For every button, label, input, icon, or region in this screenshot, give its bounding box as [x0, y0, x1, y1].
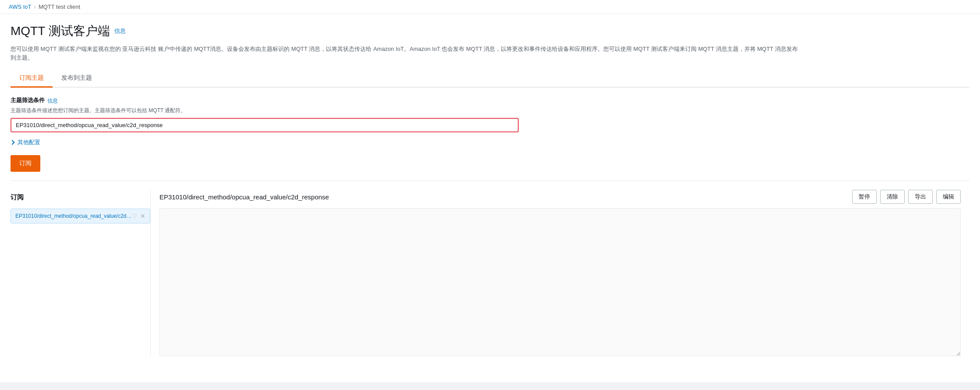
close-icon[interactable]: ✕ — [140, 213, 145, 220]
subscription-item-text: EP31010/direct_method/opcua_read_value/c… — [15, 213, 132, 219]
section-divider — [11, 181, 969, 181]
topic-filter-input[interactable] — [11, 118, 519, 132]
heart-icon[interactable]: ♡ — [132, 213, 138, 220]
edit-button[interactable]: 编辑 — [936, 190, 961, 204]
breadcrumb-aws-iot[interactable]: AWS IoT — [9, 4, 32, 10]
subscriptions-sidebar: 订阅 EP31010/direct_method/opcua_read_valu… — [11, 190, 151, 356]
export-button[interactable]: 导出 — [908, 190, 933, 204]
tab-subscribe[interactable]: 订阅主题 — [11, 70, 53, 88]
message-content-area — [159, 208, 961, 356]
chevron-right-icon — [10, 140, 14, 145]
tabs-row: 订阅主题 发布到主题 — [11, 70, 969, 88]
topic-description: 主题筛选条件描述您想订阅的主题。主题筛选条件可以包括 MQTT 通配符。 — [11, 107, 969, 114]
subscription-item-icons: ♡ ✕ — [132, 213, 145, 220]
topic-filter-label: 主题筛选条件 — [11, 96, 45, 104]
breadcrumb-current: MQTT test client — [39, 4, 80, 10]
breadcrumb-separator: › — [34, 4, 36, 10]
page-info-link[interactable]: 信息 — [114, 27, 126, 35]
message-panel-header: EP31010/direct_method/opcua_read_value/c… — [159, 190, 961, 204]
message-panel: EP31010/direct_method/opcua_read_value/c… — [151, 190, 969, 356]
message-topic-title: EP31010/direct_method/opcua_read_value/c… — [159, 193, 329, 201]
page-description: 您可以使用 MQTT 测试客户端来监视在您的 亚马逊云科技 账户中传递的 MQT… — [11, 45, 799, 62]
subscriptions-header: 订阅 — [11, 190, 150, 207]
tab-publish[interactable]: 发布到主题 — [53, 70, 101, 88]
subscription-item[interactable]: EP31010/direct_method/opcua_read_value/c… — [11, 209, 150, 223]
subscribe-button[interactable]: 订阅 — [11, 155, 40, 172]
other-config-toggle[interactable]: 其他配置 — [11, 138, 969, 146]
other-config-label: 其他配置 — [18, 138, 40, 146]
subscriptions-section: 订阅 EP31010/direct_method/opcua_read_valu… — [11, 190, 969, 356]
topic-filter-info-link[interactable]: 信息 — [47, 97, 58, 105]
message-actions: 暂停 清除 导出 编辑 — [852, 190, 961, 204]
clear-button[interactable]: 清除 — [880, 190, 905, 204]
page-title: MQTT 测试客户端 — [11, 23, 110, 39]
subscribe-form: 主题筛选条件 信息 主题筛选条件描述您想订阅的主题。主题筛选条件可以包括 MQT… — [11, 96, 969, 172]
pause-button[interactable]: 暂停 — [852, 190, 877, 204]
